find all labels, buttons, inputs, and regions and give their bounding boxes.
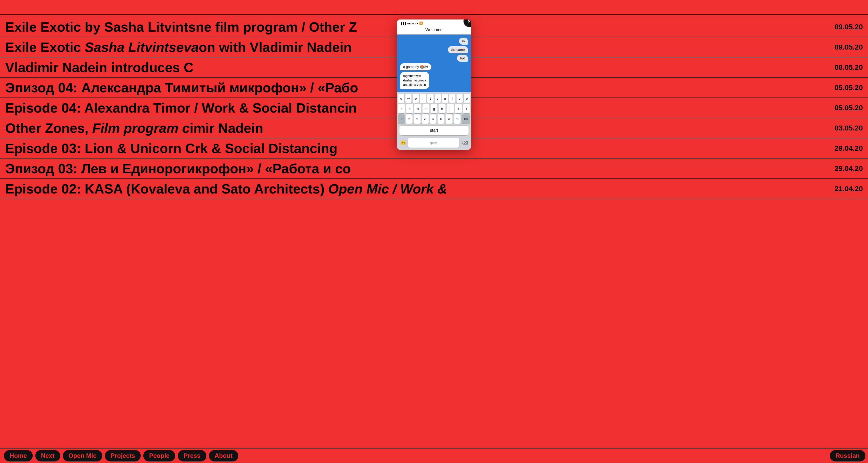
nav-press-button[interactable]: Press bbox=[178, 450, 206, 461]
key-g[interactable]: g bbox=[430, 104, 437, 113]
modal-title: Welcome bbox=[426, 28, 442, 32]
chat-bubble-same: the same bbox=[448, 46, 468, 53]
key-o[interactable]: o bbox=[456, 94, 463, 103]
nav-projects-button[interactable]: Projects bbox=[105, 450, 141, 461]
key-m[interactable]: m bbox=[454, 114, 461, 124]
delete-icon[interactable]: ⌫ bbox=[462, 140, 468, 146]
row-date: 08.05.20 bbox=[835, 63, 863, 72]
row-date: 21.04.20 bbox=[835, 185, 863, 193]
emoji-icon[interactable]: 😊 bbox=[400, 140, 406, 146]
nav-next-button[interactable]: Next bbox=[35, 450, 60, 461]
keyboard-row-1: q w e r t y u i o p bbox=[398, 94, 470, 103]
key-r[interactable]: r bbox=[420, 94, 426, 103]
table-row: Эпизод 03: Лев и Единорогикрофон» / «Раб… bbox=[0, 159, 868, 179]
key-q[interactable]: q bbox=[398, 94, 404, 103]
phone-modal: × ▐▐▐ network 📶 Welcome in the same bot … bbox=[397, 20, 471, 150]
row-date: 29.04.20 bbox=[835, 144, 863, 153]
key-v[interactable]: v bbox=[430, 114, 437, 124]
key-shift[interactable]: ⇧ bbox=[398, 114, 405, 124]
row-date: 03.05.20 bbox=[835, 124, 863, 132]
nav-open-mic-button[interactable]: Open Mic bbox=[63, 450, 102, 461]
key-x[interactable]: x bbox=[413, 114, 421, 124]
network-label: network bbox=[407, 22, 418, 25]
nav-people-button[interactable]: People bbox=[143, 450, 175, 461]
chat-bubble-bot: bot bbox=[457, 55, 468, 62]
start-button[interactable]: start bbox=[399, 125, 469, 136]
key-backspace[interactable]: ⌫ bbox=[462, 114, 470, 124]
key-d[interactable]: d bbox=[414, 104, 421, 113]
chat-bubble-in: in bbox=[459, 38, 468, 44]
keyboard-rows: q w e r t y u i o p a s d f g h bbox=[398, 94, 470, 124]
chat-area: in the same bot a game by 🏟️🎮 together w… bbox=[397, 34, 471, 92]
modal-wrapper: × ▐▐▐ network 📶 Welcome in the same bot … bbox=[397, 17, 471, 150]
top-line bbox=[0, 14, 868, 15]
key-f[interactable]: f bbox=[422, 104, 429, 113]
key-w[interactable]: w bbox=[405, 94, 412, 103]
row-date: 09.05.20 bbox=[835, 43, 863, 52]
start-area: start bbox=[397, 125, 471, 137]
keyboard-row-3: ⇧ z x c v b n m ⌫ bbox=[398, 114, 470, 124]
chat-bubble-together: together withdasha nasonovaand dima vesn… bbox=[400, 72, 429, 89]
nav-home-button[interactable]: Home bbox=[4, 450, 33, 461]
key-t[interactable]: t bbox=[427, 94, 433, 103]
key-e[interactable]: e bbox=[413, 94, 419, 103]
keyboard-bottom-bar: 😊 space ⌫ bbox=[397, 137, 471, 150]
row-date: 05.05.20 bbox=[835, 104, 863, 112]
key-l[interactable]: l bbox=[463, 104, 470, 113]
wifi-icon: 📶 bbox=[419, 22, 423, 25]
game-by-text: a game by 🏟️🎮 bbox=[403, 65, 428, 69]
nav-russian-button[interactable]: Russian bbox=[830, 450, 865, 461]
keyboard-area: q w e r t y u i o p a s d f g h bbox=[397, 92, 471, 125]
key-y[interactable]: y bbox=[435, 94, 441, 103]
phone-status-bar: ▐▐▐ network 📶 bbox=[397, 20, 471, 26]
key-space[interactable]: space bbox=[408, 138, 459, 147]
key-a[interactable]: a bbox=[398, 104, 405, 113]
key-b[interactable]: b bbox=[438, 114, 445, 124]
row-date: 09.05.20 bbox=[835, 23, 863, 31]
close-icon: × bbox=[468, 20, 471, 24]
key-z[interactable]: z bbox=[406, 114, 413, 124]
nav-about-button[interactable]: About bbox=[209, 450, 238, 461]
key-c[interactable]: c bbox=[422, 114, 429, 124]
row-title: Episode 02: KASA (Kovaleva and Sato Arch… bbox=[5, 181, 829, 197]
phone-header: Welcome bbox=[397, 26, 471, 34]
key-h[interactable]: h bbox=[439, 104, 446, 113]
key-i[interactable]: i bbox=[449, 94, 455, 103]
key-u[interactable]: u bbox=[442, 94, 448, 103]
nav-bar: Home Next Open Mic Projects People Press… bbox=[0, 448, 868, 463]
row-date: 29.04.20 bbox=[835, 164, 863, 173]
table-row: Episode 02: KASA (Kovaleva and Sato Arch… bbox=[0, 179, 868, 199]
row-title: Эпизод 03: Лев и Единорогикрофон» / «Раб… bbox=[5, 161, 829, 176]
keyboard-row-2: a s d f g h j k l bbox=[398, 104, 470, 113]
row-date: 05.05.20 bbox=[835, 84, 863, 92]
signal-bars-icon: ▐▐▐ bbox=[400, 22, 406, 25]
chat-bubble-game-by: a game by 🏟️🎮 bbox=[400, 63, 431, 70]
key-k[interactable]: k bbox=[455, 104, 462, 113]
key-j[interactable]: j bbox=[447, 104, 454, 113]
key-p[interactable]: p bbox=[464, 94, 470, 103]
key-n[interactable]: n bbox=[446, 114, 453, 124]
signal-status: ▐▐▐ network 📶 bbox=[400, 22, 423, 25]
key-s[interactable]: s bbox=[406, 104, 413, 113]
